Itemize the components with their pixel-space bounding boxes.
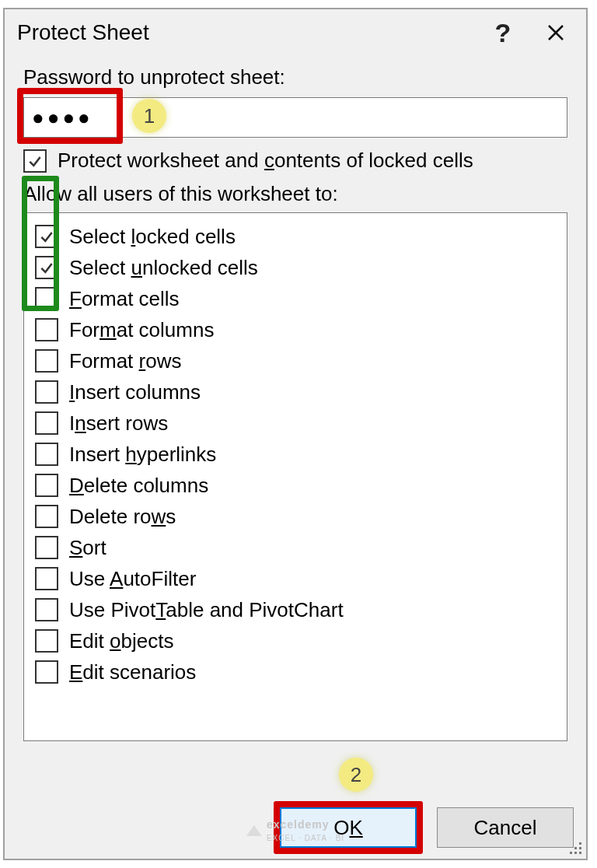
permission-checkbox[interactable]	[35, 256, 58, 279]
password-input[interactable]	[23, 97, 567, 138]
permission-checkbox[interactable]	[35, 411, 58, 435]
permission-label: Select locked cells	[69, 225, 236, 249]
permission-item[interactable]: Use AutoFilter	[35, 563, 556, 594]
permission-label: Select unlocked cells	[69, 256, 258, 280]
permission-checkbox[interactable]	[35, 380, 58, 404]
permission-label: Use PivotTable and PivotChart	[69, 598, 344, 622]
permission-label: Delete rows	[69, 505, 176, 529]
cancel-button[interactable]: Cancel	[437, 807, 574, 848]
help-button[interactable]: ?	[480, 16, 525, 50]
check-icon	[39, 229, 54, 244]
permission-label: Insert hyperlinks	[69, 443, 216, 467]
permission-checkbox[interactable]	[35, 474, 58, 497]
permissions-list[interactable]: Select locked cellsSelect unlocked cells…	[23, 212, 567, 741]
protect-checkbox-label: Protect worksheet and contents of locked…	[58, 149, 473, 173]
annotation-badge-2: 2	[339, 758, 373, 792]
permission-item[interactable]: Sort	[35, 532, 556, 563]
permission-checkbox[interactable]	[35, 443, 58, 466]
permission-checkbox[interactable]	[35, 318, 58, 341]
permission-label: Edit objects	[69, 629, 173, 653]
close-icon	[546, 23, 565, 42]
permission-label: Delete columns	[69, 474, 208, 498]
watermark-logo-icon	[246, 825, 262, 836]
dialog-title: Protect Sheet	[17, 20, 480, 45]
protect-sheet-dialog: Protect Sheet ? Password to unprotect sh…	[3, 8, 588, 860]
permission-item[interactable]: Use PivotTable and PivotChart	[35, 594, 556, 625]
permission-checkbox[interactable]	[35, 536, 58, 559]
permission-item[interactable]: Edit scenarios	[35, 656, 556, 688]
resize-grip[interactable]	[566, 838, 583, 856]
permission-item[interactable]: Format rows	[35, 345, 556, 376]
permission-item[interactable]: Insert rows	[35, 408, 556, 439]
permission-item[interactable]: Delete columns	[35, 470, 556, 501]
watermark: exceldemy EXCEL · DATA · BI	[246, 818, 344, 843]
dialog-content: Password to unprotect sheet: 1 Protect w…	[5, 65, 586, 741]
permission-checkbox[interactable]	[35, 349, 58, 373]
permission-checkbox[interactable]	[35, 287, 58, 310]
permission-item[interactable]: Delete rows	[35, 501, 556, 532]
permission-item[interactable]: Select unlocked cells	[35, 252, 556, 283]
password-field-wrap: 1	[23, 97, 567, 138]
protect-checkbox[interactable]	[23, 149, 47, 173]
permission-item[interactable]: Select locked cells	[35, 221, 556, 252]
permission-checkbox[interactable]	[35, 567, 58, 590]
password-label: Password to unprotect sheet:	[23, 65, 567, 89]
permission-label: Format columns	[69, 318, 214, 342]
permission-checkbox[interactable]	[35, 629, 58, 653]
permission-checkbox[interactable]	[35, 505, 58, 528]
annotation-badge-1: 1	[132, 99, 166, 133]
permission-label: Sort	[69, 536, 106, 560]
allow-label: Allow all users of this worksheet to:	[23, 182, 567, 206]
permission-label: Edit scenarios	[69, 660, 196, 684]
check-icon	[27, 153, 43, 169]
watermark-brand: exceldemy	[267, 818, 330, 831]
permission-checkbox[interactable]	[35, 598, 58, 621]
permission-label: Use AutoFilter	[69, 567, 196, 591]
permission-item[interactable]: Insert columns	[35, 376, 556, 408]
protect-checkbox-row[interactable]: Protect worksheet and contents of locked…	[23, 149, 567, 173]
permission-label: Format rows	[69, 349, 182, 373]
permission-label: Format cells	[69, 287, 180, 311]
permission-item[interactable]: Format cells	[35, 283, 556, 314]
close-button[interactable]	[533, 16, 578, 50]
permission-item[interactable]: Insert hyperlinks	[35, 439, 556, 470]
permission-label: Insert rows	[69, 411, 168, 436]
permission-checkbox[interactable]	[35, 225, 58, 248]
title-bar: Protect Sheet ?	[5, 9, 586, 62]
permission-item[interactable]: Edit objects	[35, 625, 556, 656]
permission-item[interactable]: Format columns	[35, 314, 556, 345]
check-icon	[39, 260, 54, 275]
permission-label: Insert columns	[69, 380, 201, 404]
watermark-tag: EXCEL · DATA · BI	[267, 834, 344, 842]
permission-checkbox[interactable]	[35, 660, 58, 684]
